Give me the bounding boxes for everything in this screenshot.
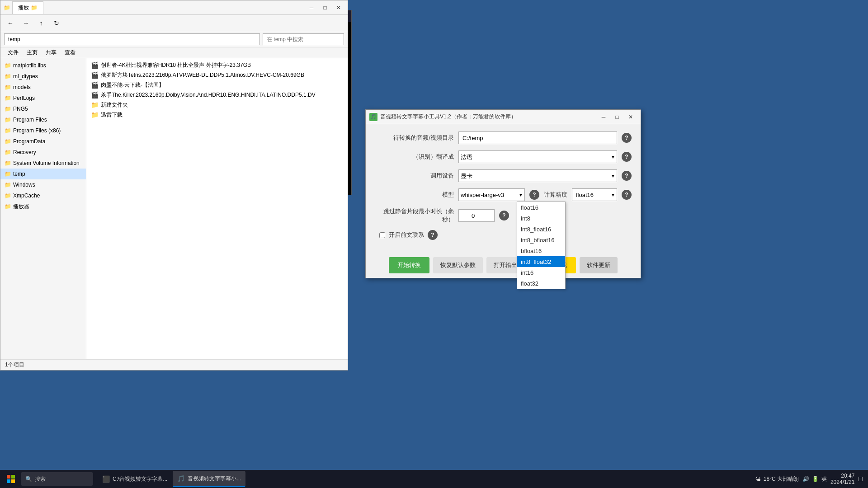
file-explorer-titlebar: 📁 播放 📁 ─ □ ✕	[0, 0, 348, 15]
file-item-5[interactable]: 📁 迅雷下载	[88, 110, 346, 120]
precision-option-bfloat16[interactable]: bfloat16	[517, 245, 565, 256]
sidebar-item-xmpcache[interactable]: 📁 XmpCache	[0, 190, 86, 201]
dialog-titlebar: 🎵 音视频转文字字幕小工具V1.2（作者：万能君的软件库） ─ □ ✕	[366, 110, 641, 124]
fe-forward-button[interactable]: →	[19, 17, 32, 29]
precision-option-int8-float32[interactable]: int8_float32	[517, 256, 565, 267]
svg-rect-3	[11, 479, 15, 483]
taskbar-clock[interactable]: 20:47 2024/1/21	[830, 473, 854, 485]
fe-search-input[interactable]	[263, 33, 344, 45]
dialog-maximize-button[interactable]: □	[611, 112, 623, 122]
translate-help-icon[interactable]: ?	[622, 152, 632, 162]
network-icon[interactable]: 🔊	[802, 476, 809, 482]
sidebar-item-matplotlib[interactable]: 📁 matplotlib.libs	[0, 60, 86, 71]
precision-option-int8[interactable]: int8	[517, 213, 565, 224]
precision-option-int8-float16[interactable]: int8_float16	[517, 224, 565, 235]
precision-help-icon[interactable]: ?	[622, 190, 632, 200]
context-help-icon[interactable]: ?	[428, 230, 438, 240]
folder-icon: 📁	[4, 203, 11, 210]
sidebar-item-player[interactable]: 📁 播放器	[0, 201, 86, 212]
fe-close-button[interactable]: ✕	[332, 3, 345, 13]
taskbar-start-button[interactable]	[2, 471, 20, 487]
sidebar-item-ml-dtypes[interactable]: 📁 ml_dtypes	[0, 71, 86, 82]
notification-icon[interactable]: □	[858, 475, 863, 483]
sidebar-item-program-files[interactable]: 📁 Program Files	[0, 114, 86, 125]
file-item-0[interactable]: 🎬 创世者-4K杜比视界兼容HDR10 杜比全景声 外挂中字-23.37GB	[88, 60, 346, 70]
folder-icon: 📁	[4, 105, 11, 113]
translate-select[interactable]: 法语 中文 英语 日语	[458, 150, 617, 163]
sidebar-item-label: Recovery	[13, 149, 36, 155]
precision-option-float16[interactable]: float16	[517, 202, 565, 213]
sidebar-item-png5[interactable]: 📁 PNG5	[0, 103, 86, 114]
precision-option-float32[interactable]: float32	[517, 278, 565, 289]
fe-maximize-button[interactable]: □	[319, 3, 331, 13]
buttons-row: 开始转换 恢复默认参数 打开输出目录 打赏我 软件更新	[366, 257, 641, 278]
dialog-minimize-button[interactable]: ─	[597, 112, 610, 122]
fe-sidebar: 📁 matplotlib.libs 📁 ml_dtypes 📁 models 📁…	[0, 58, 86, 359]
fe-menu-share[interactable]: 共享	[42, 48, 60, 57]
reset-button[interactable]: 恢复默认参数	[433, 257, 483, 273]
sidebar-item-recovery[interactable]: 📁 Recovery	[0, 147, 86, 158]
fe-menu-view[interactable]: 查看	[61, 48, 79, 57]
model-select-wrapper: whisper-large-v3 whisper-large-v2 whispe…	[458, 188, 525, 201]
keyboard-icon[interactable]: 英	[821, 475, 827, 483]
fe-menu-file[interactable]: 文件	[4, 48, 22, 57]
sidebar-item-system-volume[interactable]: 📁 System Volume Information	[0, 158, 86, 169]
precision-dropdown: float16 int8 int8_float16 int8_bfloat16 …	[517, 202, 566, 289]
precision-select[interactable]: float16 int8 int8_float16 int8_bfloat16 …	[572, 188, 617, 201]
folder-icon: 📁	[4, 170, 11, 178]
volume-icon[interactable]: 🔋	[812, 476, 819, 482]
fe-back-button[interactable]: ←	[4, 17, 17, 29]
fe-refresh-button[interactable]: ↻	[50, 17, 63, 29]
fe-menu-home[interactable]: 主页	[23, 48, 41, 57]
taskbar: 🔍 搜索 ⬛ C:\音视频转文字字幕... 🎵 音视频转文字字幕小... 🌤 1…	[0, 470, 868, 488]
precision-part: 计算精度 float16 int8 int8_float16 int8_bflo…	[544, 188, 632, 201]
directory-row: 待转换的音频/视频目录 ?	[375, 131, 632, 144]
fe-statusbar: 1个项目	[0, 359, 348, 370]
precision-option-int16[interactable]: int16	[517, 267, 565, 278]
silence-help-icon[interactable]: ?	[499, 211, 509, 221]
sidebar-item-programdata[interactable]: 📁 ProgramData	[0, 136, 86, 147]
sidebar-item-models[interactable]: 📁 models	[0, 82, 86, 93]
clock-time: 20:47	[830, 473, 854, 479]
file-item-2[interactable]: 🎬 肉墨不能-云下载-【法国】	[88, 80, 346, 90]
file-item-name: 迅雷下载	[101, 111, 123, 119]
fe-content: 📁 matplotlib.libs 📁 ml_dtypes 📁 models 📁…	[0, 58, 348, 359]
context-checkbox[interactable]	[379, 232, 385, 238]
taskbar-item-cmd[interactable]: ⬛ C:\音视频转文字字幕...	[98, 471, 172, 487]
start-button[interactable]: 开始转换	[389, 257, 429, 273]
sidebar-item-temp[interactable]: 📁 temp	[0, 169, 86, 179]
windows-logo-icon	[7, 475, 15, 483]
device-select[interactable]: 显卡 CPU	[458, 169, 617, 182]
fe-up-button[interactable]: ↑	[35, 17, 47, 29]
folder-icon: 📁	[4, 138, 11, 145]
dialog-close-button[interactable]: ✕	[624, 112, 637, 122]
file-item-4[interactable]: 📁 新建文件夹	[88, 100, 346, 110]
model-help-icon[interactable]: ?	[529, 190, 539, 200]
systray-weather: 🌤	[755, 476, 761, 482]
file-item-3[interactable]: 🎬 杀手The.Killer.2023.2160p.Dolby.Vision.A…	[88, 90, 346, 100]
fe-toolbar: ← → ↑ ↻	[0, 15, 348, 31]
fe-minimize-button[interactable]: ─	[305, 3, 318, 13]
precision-option-int8-bfloat16[interactable]: int8_bfloat16	[517, 235, 565, 245]
taskbar-item-app[interactable]: 🎵 音视频转文字字幕小...	[173, 471, 245, 487]
titlebar-tab-play[interactable]: 播放 📁	[12, 1, 43, 14]
app-title-text: 音视频转文字字幕小工具V1.2（作者：万能君的软件库）	[380, 113, 594, 121]
sidebar-item-windows[interactable]: 📁 Windows	[0, 179, 86, 190]
update-button[interactable]: 软件更新	[580, 257, 618, 273]
taskbar-search-bar[interactable]: 🔍 搜索	[21, 472, 93, 486]
model-select[interactable]: whisper-large-v3 whisper-large-v2 whispe…	[458, 188, 525, 201]
sidebar-item-label: System Volume Information	[13, 160, 80, 166]
folder-icon: 📁	[4, 84, 11, 91]
file-item-1[interactable]: 🎬 俄罗斯方块Tetris.2023.2160p.ATVP.WEB-DL.DDP…	[88, 70, 346, 80]
directory-help-icon[interactable]: ?	[622, 133, 632, 143]
sidebar-item-program-files-x86[interactable]: 📁 Program Files (x86)	[0, 125, 86, 136]
directory-input[interactable]	[458, 131, 617, 144]
device-help-icon[interactable]: ?	[622, 171, 632, 181]
silence-input[interactable]	[458, 209, 495, 222]
taskbar-item-app-icon: 🎵	[177, 475, 185, 482]
file-icon: 🎬	[91, 91, 98, 99]
sidebar-item-label: Program Files (x86)	[13, 127, 61, 134]
fe-address-input[interactable]	[4, 33, 260, 45]
sidebar-item-perflogs[interactable]: 📁 PerfLogs	[0, 93, 86, 103]
taskbar-right: 🌤 18°C 大部晴朗 🔊 🔋 英 20:47 2024/1/21 □	[755, 473, 866, 485]
